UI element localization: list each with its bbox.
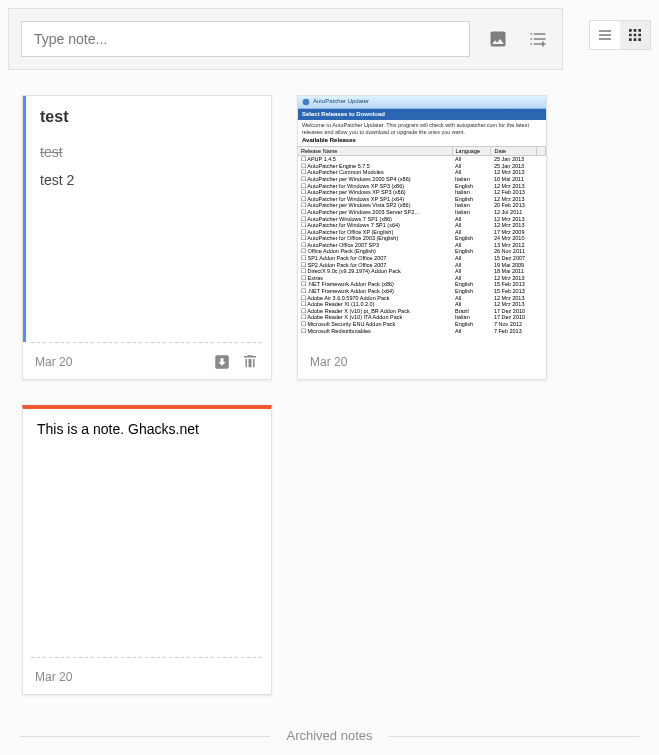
table-row: AutoPatcher for Windows XP SP3 (x86)Engl… — [298, 183, 546, 190]
checklist-item: test 2 — [40, 172, 257, 188]
table-row: AutoPatcher for Office XP (English)All17… — [298, 229, 546, 236]
release-table: Release Name Language Date APUP 1.4.5All… — [298, 146, 546, 335]
list-view-button[interactable] — [590, 21, 620, 49]
table-row: AutoPatcher per Windows 2003 Server SP2…… — [298, 209, 546, 216]
table-row: Adobe Air 3.6.0.5970 Addon PackAll12 Mrz… — [298, 295, 546, 302]
table-row: .NET Framework Addon Pack (x86)English15… — [298, 281, 546, 288]
table-row: AutoPatcher Office 2007 SP3All13 Mrz 201… — [298, 242, 546, 249]
note-date: Mar 20 — [35, 355, 72, 369]
dialog-heading: Select Releases to Download — [298, 109, 546, 120]
table-row: ExtrasAll12 Mrz 2013 — [298, 275, 546, 282]
image-icon[interactable] — [486, 27, 510, 51]
window-title: AutoPatcher Updater — [313, 98, 369, 105]
table-row: Adobe Reader XI (11.0.2.0)All12 Mrz 2013 — [298, 301, 546, 308]
table-row: Microsoft Security ENU Addon PackEnglish… — [298, 321, 546, 328]
table-row: Adobe Reader X (v10) ITA Addon PackItali… — [298, 314, 546, 321]
trash-icon[interactable] — [241, 353, 259, 371]
col-release: Release Name — [298, 146, 452, 156]
table-row: .NET Framework Addon Pack (x64)English15… — [298, 288, 546, 295]
table-row: AutoPatcher for Office 2003 (English)Eng… — [298, 235, 546, 242]
checklist-item-done: test — [40, 144, 257, 160]
note-card[interactable]: AutoPatcher Updater Select Releases to D… — [297, 95, 547, 380]
view-toggle — [589, 20, 651, 50]
note-text: This is a note. Ghacks.net — [37, 421, 257, 437]
table-row: Office Addon Pack (English)English26 Nov… — [298, 248, 546, 255]
table-row: AutoPatcher per Windows 2000 SP4 (x86)It… — [298, 176, 546, 183]
compose-bar — [8, 8, 563, 70]
note-date: Mar 20 — [35, 670, 72, 684]
note-card[interactable]: This is a note. Ghacks.net Mar 20 — [22, 405, 272, 695]
table-row: AutoPatcher for Windows 7 SP1 (x64)All12… — [298, 222, 546, 229]
table-row: AutoPatcher Common ModulesAll12 Mrz 2013 — [298, 169, 546, 176]
new-list-icon[interactable] — [526, 27, 550, 51]
table-row: Adobe Reader X (v10) pt_BR Addon PackBra… — [298, 308, 546, 315]
table-row: AutoPatcher per Windows Vista SP2 (x86)I… — [298, 202, 546, 209]
note-card[interactable]: test test test 2 Mar 20 — [22, 95, 272, 380]
table-row: Microsoft RedistributablesAll7 Feb 2013 — [298, 328, 546, 335]
archive-icon[interactable] — [213, 353, 231, 371]
table-row: AutoPatcher Windows 7 SP1 (x86)All12 Mrz… — [298, 216, 546, 223]
note-title: test — [40, 108, 257, 126]
table-row: DirectX 9.0c (v9.29.1974) Addon PackAll1… — [298, 268, 546, 275]
col-date: Date — [491, 146, 537, 156]
note-date: Mar 20 — [310, 355, 347, 369]
table-row: AutoPatcher for Windows XP SP1 (x64)Engl… — [298, 196, 546, 203]
svg-point-0 — [303, 99, 310, 106]
dialog-description: Welcome to AutoPatcher Updater. This pro… — [298, 120, 546, 137]
col-language: Language — [452, 146, 491, 156]
note-input[interactable] — [21, 21, 470, 57]
table-row: SP1 Addon Pack for Office 2007All15 Dez … — [298, 255, 546, 262]
table-row: AutoPatcher Engine 5.7.5All25 Jan 2013 — [298, 163, 546, 170]
table-row: APUP 1.4.5All25 Jan 2013 — [298, 156, 546, 163]
table-row: SP2 Addon Pack for Office 2007All19 Mai … — [298, 262, 546, 269]
notes-grid: test test test 2 Mar 20 AutoPatcher Upda… — [0, 70, 659, 720]
available-releases-label: Available Releases — [298, 137, 546, 145]
table-row: AutoPatcher per Windows XP SP3 (x86)Ital… — [298, 189, 546, 196]
archived-label: Archived notes — [287, 728, 373, 743]
note-image: AutoPatcher Updater Select Releases to D… — [298, 96, 546, 343]
archived-divider: Archived notes — [0, 728, 659, 743]
grid-view-button[interactable] — [620, 21, 650, 49]
